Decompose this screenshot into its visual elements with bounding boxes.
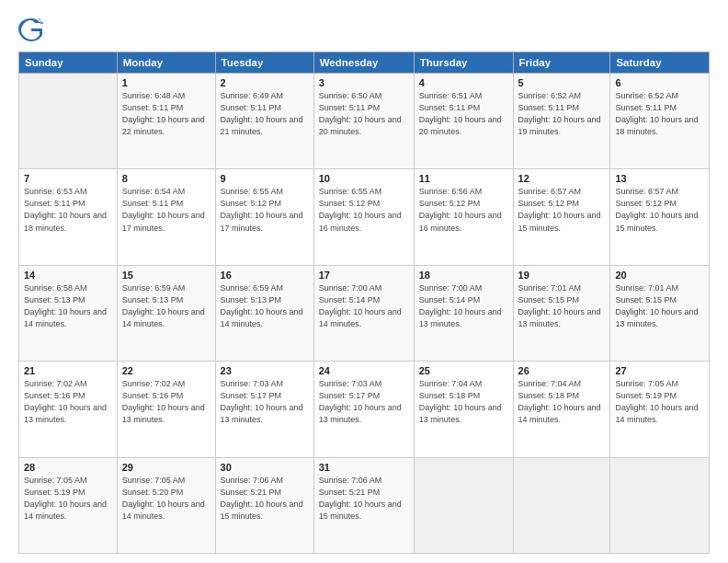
day-number: 29 bbox=[122, 462, 210, 473]
logo-icon bbox=[18, 17, 44, 42]
day-number: 8 bbox=[122, 173, 210, 184]
day-detail: Sunrise: 7:05 AMSunset: 5:19 PMDaylight:… bbox=[615, 378, 704, 426]
day-detail: Sunrise: 7:04 AMSunset: 5:18 PMDaylight:… bbox=[419, 378, 508, 426]
day-number: 14 bbox=[24, 270, 112, 281]
day-cell bbox=[19, 74, 118, 169]
day-number: 2 bbox=[221, 77, 309, 88]
day-cell: 24Sunrise: 7:03 AMSunset: 5:17 PMDayligh… bbox=[313, 362, 414, 457]
header-row: SundayMondayTuesdayWednesdayThursdayFrid… bbox=[19, 52, 710, 74]
day-detail: Sunrise: 6:52 AMSunset: 5:11 PMDaylight:… bbox=[615, 90, 704, 138]
week-row-3: 14Sunrise: 6:58 AMSunset: 5:13 PMDayligh… bbox=[19, 265, 710, 361]
day-number: 30 bbox=[221, 462, 309, 473]
col-header-thursday: Thursday bbox=[414, 52, 513, 74]
day-cell: 15Sunrise: 6:59 AMSunset: 5:13 PMDayligh… bbox=[117, 265, 215, 361]
logo bbox=[18, 17, 47, 42]
day-cell: 23Sunrise: 7:03 AMSunset: 5:17 PMDayligh… bbox=[215, 362, 313, 457]
day-detail: Sunrise: 7:05 AMSunset: 5:19 PMDaylight:… bbox=[24, 475, 112, 523]
day-number: 18 bbox=[419, 270, 508, 281]
day-detail: Sunrise: 6:56 AMSunset: 5:12 PMDaylight:… bbox=[419, 186, 508, 234]
day-number: 26 bbox=[518, 365, 606, 376]
day-detail: Sunrise: 7:00 AMSunset: 5:14 PMDaylight:… bbox=[419, 282, 508, 330]
day-detail: Sunrise: 7:06 AMSunset: 5:21 PMDaylight:… bbox=[319, 475, 409, 523]
day-cell: 11Sunrise: 6:56 AMSunset: 5:12 PMDayligh… bbox=[414, 169, 513, 265]
day-number: 1 bbox=[122, 77, 210, 88]
day-number: 12 bbox=[518, 173, 606, 184]
day-cell: 26Sunrise: 7:04 AMSunset: 5:18 PMDayligh… bbox=[513, 362, 610, 457]
day-detail: Sunrise: 6:50 AMSunset: 5:11 PMDaylight:… bbox=[319, 90, 409, 138]
day-detail: Sunrise: 6:59 AMSunset: 5:13 PMDaylight:… bbox=[122, 282, 210, 330]
day-detail: Sunrise: 6:57 AMSunset: 5:12 PMDaylight:… bbox=[615, 186, 704, 234]
day-cell: 12Sunrise: 6:57 AMSunset: 5:12 PMDayligh… bbox=[513, 169, 610, 265]
col-header-friday: Friday bbox=[513, 52, 610, 74]
day-cell: 17Sunrise: 7:00 AMSunset: 5:14 PMDayligh… bbox=[313, 265, 414, 361]
col-header-saturday: Saturday bbox=[610, 52, 710, 74]
day-detail: Sunrise: 6:53 AMSunset: 5:11 PMDaylight:… bbox=[24, 186, 112, 234]
day-number: 23 bbox=[221, 365, 309, 376]
day-detail: Sunrise: 7:01 AMSunset: 5:15 PMDaylight:… bbox=[518, 282, 606, 330]
day-number: 31 bbox=[319, 462, 409, 473]
day-number: 6 bbox=[615, 77, 704, 88]
day-detail: Sunrise: 7:00 AMSunset: 5:14 PMDaylight:… bbox=[319, 282, 409, 330]
day-detail: Sunrise: 7:02 AMSunset: 5:16 PMDaylight:… bbox=[24, 378, 112, 426]
day-number: 15 bbox=[122, 270, 210, 281]
day-number: 28 bbox=[24, 462, 112, 473]
col-header-monday: Monday bbox=[117, 52, 215, 74]
day-number: 22 bbox=[122, 365, 210, 376]
day-detail: Sunrise: 6:52 AMSunset: 5:11 PMDaylight:… bbox=[518, 90, 606, 138]
col-header-sunday: Sunday bbox=[19, 52, 118, 74]
day-cell: 30Sunrise: 7:06 AMSunset: 5:21 PMDayligh… bbox=[215, 457, 313, 553]
day-cell: 28Sunrise: 7:05 AMSunset: 5:19 PMDayligh… bbox=[19, 457, 118, 553]
day-detail: Sunrise: 6:55 AMSunset: 5:12 PMDaylight:… bbox=[221, 186, 309, 234]
day-number: 24 bbox=[319, 365, 409, 376]
day-number: 19 bbox=[518, 270, 606, 281]
day-number: 27 bbox=[615, 365, 704, 376]
day-detail: Sunrise: 6:48 AMSunset: 5:11 PMDaylight:… bbox=[122, 90, 210, 138]
week-row-2: 7Sunrise: 6:53 AMSunset: 5:11 PMDaylight… bbox=[19, 169, 710, 265]
day-detail: Sunrise: 7:03 AMSunset: 5:17 PMDaylight:… bbox=[221, 378, 309, 426]
day-number: 21 bbox=[24, 365, 112, 376]
col-header-wednesday: Wednesday bbox=[313, 52, 414, 74]
day-cell: 10Sunrise: 6:55 AMSunset: 5:12 PMDayligh… bbox=[313, 169, 414, 265]
day-detail: Sunrise: 7:04 AMSunset: 5:18 PMDaylight:… bbox=[518, 378, 606, 426]
day-cell bbox=[414, 457, 513, 553]
day-number: 7 bbox=[24, 173, 112, 184]
day-number: 11 bbox=[419, 173, 508, 184]
calendar-table: SundayMondayTuesdayWednesdayThursdayFrid… bbox=[18, 52, 710, 554]
day-cell: 1Sunrise: 6:48 AMSunset: 5:11 PMDaylight… bbox=[117, 74, 215, 169]
day-detail: Sunrise: 7:02 AMSunset: 5:16 PMDaylight:… bbox=[122, 378, 210, 426]
day-cell: 9Sunrise: 6:55 AMSunset: 5:12 PMDaylight… bbox=[215, 169, 313, 265]
day-detail: Sunrise: 7:06 AMSunset: 5:21 PMDaylight:… bbox=[221, 475, 309, 523]
day-number: 10 bbox=[319, 173, 409, 184]
day-cell: 6Sunrise: 6:52 AMSunset: 5:11 PMDaylight… bbox=[610, 74, 710, 169]
day-cell: 25Sunrise: 7:04 AMSunset: 5:18 PMDayligh… bbox=[414, 362, 513, 457]
day-cell: 14Sunrise: 6:58 AMSunset: 5:13 PMDayligh… bbox=[19, 265, 118, 361]
day-cell: 21Sunrise: 7:02 AMSunset: 5:16 PMDayligh… bbox=[19, 362, 118, 457]
week-row-4: 21Sunrise: 7:02 AMSunset: 5:16 PMDayligh… bbox=[19, 362, 710, 457]
day-cell: 18Sunrise: 7:00 AMSunset: 5:14 PMDayligh… bbox=[414, 265, 513, 361]
day-cell: 2Sunrise: 6:49 AMSunset: 5:11 PMDaylight… bbox=[215, 74, 313, 169]
day-cell: 19Sunrise: 7:01 AMSunset: 5:15 PMDayligh… bbox=[513, 265, 610, 361]
day-cell: 5Sunrise: 6:52 AMSunset: 5:11 PMDaylight… bbox=[513, 74, 610, 169]
day-cell: 7Sunrise: 6:53 AMSunset: 5:11 PMDaylight… bbox=[19, 169, 118, 265]
day-detail: Sunrise: 6:49 AMSunset: 5:11 PMDaylight:… bbox=[221, 90, 309, 138]
day-cell bbox=[610, 457, 710, 553]
week-row-5: 28Sunrise: 7:05 AMSunset: 5:19 PMDayligh… bbox=[19, 457, 710, 553]
day-detail: Sunrise: 6:58 AMSunset: 5:13 PMDaylight:… bbox=[24, 282, 112, 330]
day-cell: 3Sunrise: 6:50 AMSunset: 5:11 PMDaylight… bbox=[313, 74, 414, 169]
day-detail: Sunrise: 6:57 AMSunset: 5:12 PMDaylight:… bbox=[518, 186, 606, 234]
day-number: 16 bbox=[221, 270, 309, 281]
day-detail: Sunrise: 6:54 AMSunset: 5:11 PMDaylight:… bbox=[122, 186, 210, 234]
header bbox=[18, 17, 710, 42]
day-detail: Sunrise: 6:59 AMSunset: 5:13 PMDaylight:… bbox=[221, 282, 309, 330]
day-number: 20 bbox=[615, 270, 704, 281]
day-detail: Sunrise: 7:05 AMSunset: 5:20 PMDaylight:… bbox=[122, 475, 210, 523]
day-cell: 13Sunrise: 6:57 AMSunset: 5:12 PMDayligh… bbox=[610, 169, 710, 265]
day-number: 17 bbox=[319, 270, 409, 281]
day-detail: Sunrise: 7:03 AMSunset: 5:17 PMDaylight:… bbox=[319, 378, 409, 426]
day-cell: 22Sunrise: 7:02 AMSunset: 5:16 PMDayligh… bbox=[117, 362, 215, 457]
day-cell: 29Sunrise: 7:05 AMSunset: 5:20 PMDayligh… bbox=[117, 457, 215, 553]
day-number: 5 bbox=[518, 77, 606, 88]
day-cell: 31Sunrise: 7:06 AMSunset: 5:21 PMDayligh… bbox=[313, 457, 414, 553]
day-cell: 8Sunrise: 6:54 AMSunset: 5:11 PMDaylight… bbox=[117, 169, 215, 265]
day-detail: Sunrise: 6:55 AMSunset: 5:12 PMDaylight:… bbox=[319, 186, 409, 234]
